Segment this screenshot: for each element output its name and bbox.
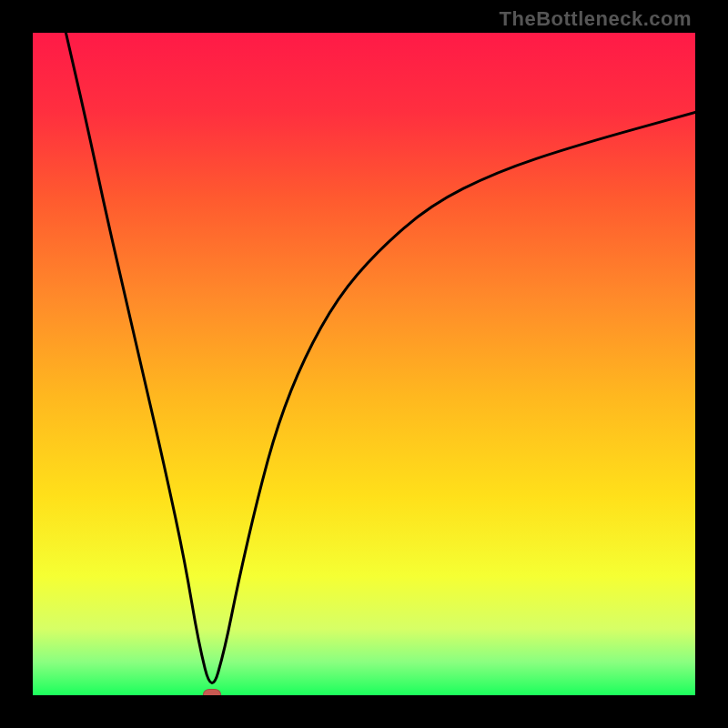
chart-frame: TheBottleneck.com <box>0 0 728 728</box>
bottleneck-curve <box>33 33 695 695</box>
watermark-text: TheBottleneck.com <box>500 7 692 31</box>
plot-area <box>33 33 695 695</box>
balanced-point-marker <box>203 689 221 695</box>
